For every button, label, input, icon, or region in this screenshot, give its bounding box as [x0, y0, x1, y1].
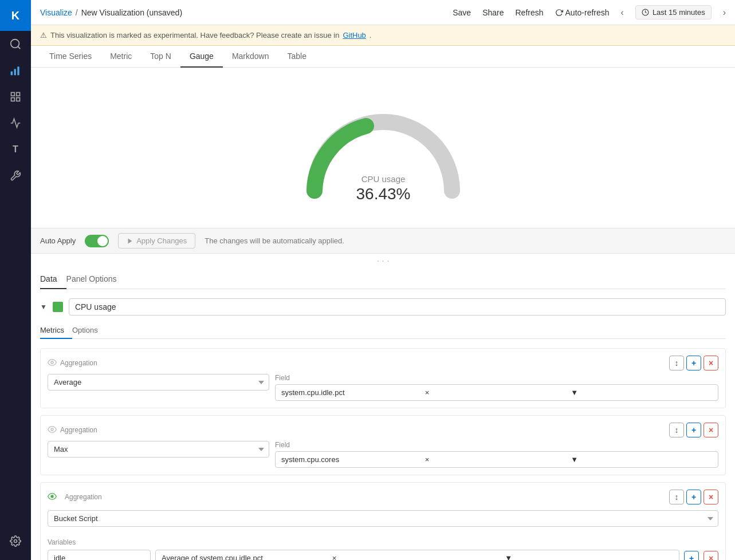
auto-apply-bar: Auto Apply Apply Changes The changes wil…: [31, 228, 735, 254]
svg-rect-6: [17, 93, 20, 96]
tab-options[interactable]: Options: [72, 322, 106, 339]
series-color-swatch[interactable]: [53, 302, 63, 312]
sidebar: K T: [0, 0, 31, 560]
metric-1-add-button[interactable]: +: [686, 356, 701, 370]
metric-1-field-caret-icon[interactable]: ▼: [571, 385, 714, 400]
page-title: New Visualization (unsaved): [81, 8, 182, 17]
metric-1-agg-label: Aggregation: [60, 359, 97, 367]
breadcrumb: Visualize / New Visualization (unsaved): [40, 8, 182, 17]
series-chevron-icon[interactable]: ▼: [40, 303, 47, 311]
time-nav-prev[interactable]: ‹: [621, 7, 624, 18]
metric-1-field-selector[interactable]: system.cpu.idle.pct × ▼: [275, 384, 718, 401]
metric-2-aggregation-col: Max: [48, 441, 269, 468]
svg-text:36.43%: 36.43%: [356, 185, 410, 203]
tab-time-series[interactable]: Time Series: [40, 46, 101, 68]
metric-1-field-clear-icon[interactable]: ×: [425, 385, 569, 400]
variable-1-field-value: Average of system.cpu.idle.pct: [162, 550, 332, 560]
auto-refresh-button[interactable]: Auto-refresh: [555, 8, 610, 17]
variable-1-field-clear-icon[interactable]: ×: [332, 550, 503, 560]
svg-line-1: [18, 46, 20, 49]
svg-text:CPU usage: CPU usage: [361, 174, 405, 184]
breadcrumb-visualize-link[interactable]: Visualize: [40, 8, 72, 17]
svg-rect-3: [14, 69, 16, 76]
auto-refresh-label: Auto-refresh: [565, 8, 610, 17]
svg-point-14: [51, 361, 53, 364]
metric-1-aggregation-col: Average: [48, 374, 269, 401]
svg-marker-13: [128, 238, 132, 243]
tab-metrics[interactable]: Metrics: [40, 322, 72, 339]
tab-panel-options[interactable]: Panel Options: [66, 269, 126, 289]
variable-1-delete-button[interactable]: ×: [703, 551, 718, 561]
refresh-button[interactable]: Refresh: [515, 8, 543, 17]
metric-2-delete-button[interactable]: ×: [703, 423, 718, 437]
time-nav-next[interactable]: ›: [723, 7, 726, 18]
tab-gauge[interactable]: Gauge: [180, 46, 223, 68]
sidebar-item-dashboard[interactable]: [0, 84, 31, 110]
metric-2-field-value: system.cpu.cores: [281, 452, 425, 467]
variable-1-field-selector[interactable]: Average of system.cpu.idle.pct × ▼: [155, 550, 679, 560]
bucket-aggregation-select[interactable]: Bucket Script: [48, 510, 718, 527]
variables-section: Variables Average of system.cpu.idle.pct…: [48, 538, 718, 560]
variable-1-add-button[interactable]: +: [684, 551, 699, 561]
gauge-chart: CPU usage 36.43%: [292, 93, 475, 208]
metric-1-aggregation-select[interactable]: Average: [48, 374, 269, 391]
metric-1-controls: Average Field system.cpu.idle.pct × ▼: [48, 374, 718, 401]
apply-changes-button[interactable]: Apply Changes: [118, 233, 195, 249]
alert-suffix: .: [370, 31, 372, 40]
metric-2-field-col: Field system.cpu.cores × ▼: [275, 441, 718, 468]
save-button[interactable]: Save: [453, 8, 471, 17]
bucket-delete-button[interactable]: ×: [703, 490, 718, 504]
metric-row-1-header: Aggregation ↕ + ×: [48, 356, 718, 370]
tab-markdown[interactable]: Markdown: [223, 46, 278, 68]
time-range-picker[interactable]: Last 15 minutes: [635, 5, 712, 19]
metric-2-field-selector[interactable]: system.cpu.cores × ▼: [275, 451, 718, 468]
series-header: ▼: [40, 298, 726, 316]
svg-point-0: [11, 40, 19, 48]
auto-apply-toggle[interactable]: [85, 235, 109, 247]
sidebar-item-devtools[interactable]: [0, 163, 31, 189]
metric-1-sort-button[interactable]: ↕: [669, 356, 684, 370]
clock-icon: [642, 9, 649, 16]
sidebar-item-settings[interactable]: [0, 528, 31, 554]
metric-1-delete-button[interactable]: ×: [703, 356, 718, 370]
gauge-svg: CPU usage 36.43%: [292, 93, 475, 208]
metrics-options-tabs: Metrics Options: [40, 322, 726, 339]
sidebar-item-visualize[interactable]: [0, 57, 31, 84]
metric-2-eye-icon[interactable]: [48, 425, 57, 436]
series-name-input[interactable]: [69, 298, 726, 316]
tab-top-n[interactable]: Top N: [141, 46, 180, 68]
svg-point-16: [51, 495, 53, 498]
tab-table[interactable]: Table: [278, 46, 316, 68]
time-range-label: Last 15 minutes: [653, 8, 705, 17]
data-panel: Data Panel Options ▼ Metrics Options Agg…: [31, 269, 735, 560]
apply-changes-label: Apply Changes: [136, 236, 187, 245]
metric-2-field-caret-icon[interactable]: ▼: [571, 452, 714, 467]
sidebar-item-text[interactable]: T: [0, 136, 31, 163]
metric-2-sort-button[interactable]: ↕: [669, 423, 684, 437]
toggle-slider: [85, 235, 109, 247]
svg-rect-7: [11, 98, 15, 101]
gauge-visualization: CPU usage 36.43%: [31, 68, 735, 228]
auto-apply-label: Auto Apply: [40, 236, 76, 245]
bucket-add-button[interactable]: +: [686, 490, 701, 504]
metric-2-field-clear-icon[interactable]: ×: [425, 452, 569, 467]
sidebar-item-discover[interactable]: [0, 31, 31, 57]
sidebar-item-timelion[interactable]: [0, 110, 31, 136]
app-logo[interactable]: K: [0, 0, 31, 31]
bucket-actions: ↕ + ×: [669, 490, 718, 504]
main-content: ⚠ This visualization is marked as experi…: [31, 25, 735, 560]
share-button[interactable]: Share: [482, 8, 504, 17]
bucket-eye-icon[interactable]: [48, 492, 57, 503]
metric-2-aggregation-select[interactable]: Max: [48, 441, 269, 458]
metric-2-field-label: Field: [275, 441, 718, 449]
metric-1-eye-icon[interactable]: [48, 358, 57, 369]
bucket-sort-button[interactable]: ↕: [669, 490, 684, 504]
alert-icon: ⚠: [40, 31, 47, 40]
metric-2-add-button[interactable]: +: [686, 423, 701, 437]
panel-resizer[interactable]: · · ·: [31, 254, 735, 269]
variable-1-name-input[interactable]: [48, 550, 151, 560]
variable-1-field-caret-icon[interactable]: ▼: [505, 550, 675, 560]
github-link[interactable]: GitHub: [343, 31, 365, 40]
tab-data[interactable]: Data: [40, 269, 66, 289]
tab-metric[interactable]: Metric: [101, 46, 141, 68]
